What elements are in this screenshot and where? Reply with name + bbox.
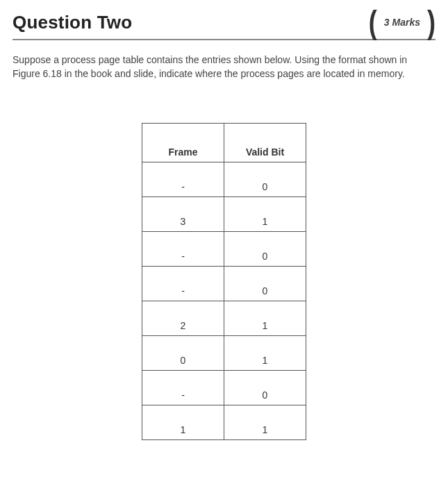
- table-row: - 0: [142, 266, 306, 301]
- table-row: 1 1: [142, 405, 306, 439]
- cell-frame: 2: [142, 301, 224, 335]
- cell-frame: 1: [142, 405, 224, 439]
- table-header-row: Frame Valid Bit: [142, 123, 306, 162]
- question-title: Question Two: [13, 12, 132, 33]
- cell-valid: 0: [224, 266, 306, 301]
- cell-valid: 0: [224, 370, 306, 405]
- table-row: - 0: [142, 162, 306, 196]
- cell-valid: 0: [224, 162, 306, 196]
- cell-frame: 0: [142, 335, 224, 370]
- bracket-left-icon: (: [369, 6, 377, 39]
- cell-frame: -: [142, 162, 224, 196]
- cell-valid: 1: [224, 196, 306, 231]
- cell-valid: 1: [224, 301, 306, 335]
- cell-frame: -: [142, 231, 224, 266]
- table-row: 2 1: [142, 301, 306, 335]
- page-table: Frame Valid Bit - 0 3 1 - 0 - 0 2: [142, 123, 306, 440]
- marks-container: ( 3 Marks ): [369, 10, 435, 35]
- table-row: 0 1: [142, 335, 306, 370]
- col-header-frame: Frame: [142, 123, 224, 162]
- cell-frame: -: [142, 266, 224, 301]
- table-row: 3 1: [142, 196, 306, 231]
- table-row: - 0: [142, 370, 306, 405]
- marks-label: 3 Marks: [381, 17, 423, 28]
- col-header-valid: Valid Bit: [224, 123, 306, 162]
- cell-frame: 3: [142, 196, 224, 231]
- bracket-right-icon: ): [427, 6, 435, 39]
- cell-frame: -: [142, 370, 224, 405]
- cell-valid: 1: [224, 405, 306, 439]
- table-row: - 0: [142, 231, 306, 266]
- cell-valid: 1: [224, 335, 306, 370]
- question-prompt: Suppose a process page table contains th…: [13, 53, 435, 81]
- question-header: Question Two ( 3 Marks ): [13, 10, 435, 40]
- page-table-container: Frame Valid Bit - 0 3 1 - 0 - 0 2: [13, 123, 435, 440]
- cell-valid: 0: [224, 231, 306, 266]
